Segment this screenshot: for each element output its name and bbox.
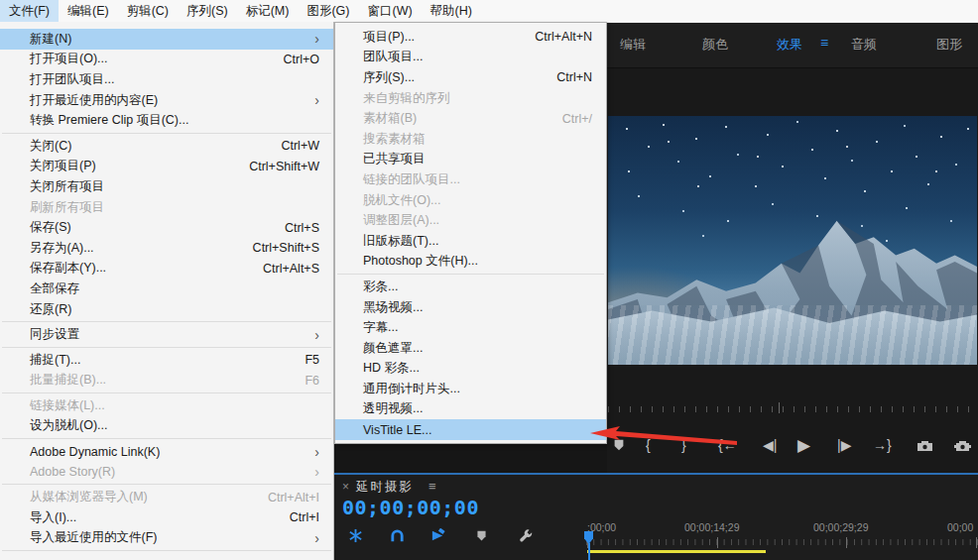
timeline-add-marker-button[interactable] bbox=[475, 528, 488, 546]
insert-nest-button[interactable] bbox=[348, 528, 363, 547]
file-menu-item-20: Adobe Story(R)› bbox=[0, 462, 333, 483]
comparison-view-button[interactable] bbox=[954, 433, 971, 457]
file-menu-item-13[interactable]: 还原(R) bbox=[0, 299, 333, 320]
menubar-item-3[interactable]: 序列(S) bbox=[178, 0, 237, 22]
close-icon[interactable]: × bbox=[342, 480, 349, 494]
new-submenu-item-8-label: 脱机文件(O)... bbox=[363, 192, 592, 209]
menubar-item-7[interactable]: 帮助(H) bbox=[422, 0, 481, 22]
file-menu-item-15-label: 捕捉(T)... bbox=[30, 352, 287, 369]
snap-button[interactable] bbox=[390, 528, 405, 547]
file-menu-item-9-shortcut: Ctrl+S bbox=[285, 221, 319, 235]
new-submenu-item-18[interactable]: 透明视频... bbox=[335, 399, 606, 420]
file-menu-item-1[interactable]: 打开项目(O)...Ctrl+O bbox=[0, 50, 333, 70]
timeline-tab-label[interactable]: 延时摄影 bbox=[356, 479, 414, 496]
new-submenu-item-6[interactable]: 已共享项目 bbox=[335, 150, 606, 170]
file-menu-item-13-label: 还原(R) bbox=[30, 301, 319, 318]
step-forward-button[interactable]: |▶ bbox=[837, 433, 851, 457]
file-menu-item-19-label: Adobe Dynamic Link(K) bbox=[30, 445, 297, 459]
tab-graphics[interactable]: 图形 bbox=[936, 36, 962, 54]
file-menu-item-20-label: Adobe Story(R) bbox=[30, 465, 297, 479]
file-menu-item-2[interactable]: 打开团队项目... bbox=[0, 69, 333, 90]
step-back-button[interactable]: ◀| bbox=[763, 433, 777, 457]
file-menu-item-7-label: 关闭所有项目 bbox=[30, 178, 319, 195]
linked-selection-button[interactable] bbox=[430, 528, 445, 547]
file-menu-item-23[interactable]: 导入最近使用的文件(F)› bbox=[0, 528, 333, 549]
timeline-settings-button[interactable] bbox=[519, 528, 534, 547]
file-menu-item-21-shortcut: Ctrl+Alt+I bbox=[268, 491, 319, 504]
new-submenu-item-17[interactable]: 通用倒计时片头... bbox=[335, 379, 606, 399]
menubar-item-1[interactable]: 编辑(E) bbox=[59, 0, 118, 22]
ruler-label-2: 00;00;29;29 bbox=[813, 521, 868, 533]
motion-blur-streaks bbox=[608, 305, 977, 365]
tab-color[interactable]: 颜色 bbox=[702, 36, 728, 54]
new-submenu-item-0[interactable]: 项目(P)...Ctrl+Alt+N bbox=[335, 27, 606, 48]
menubar-item-2[interactable]: 剪辑(C) bbox=[118, 0, 178, 22]
program-monitor-panel: 编辑 颜色 效果 ≡ 音频 图形 { } {← ◀| ▶ |▶ →} bbox=[607, 22, 978, 474]
file-menu-item-0[interactable]: 新建(N)› bbox=[0, 29, 333, 50]
menu-separator bbox=[2, 347, 331, 348]
insert-nest-icon bbox=[348, 528, 363, 543]
new-submenu-item-9: 调整图层(A)... bbox=[335, 210, 606, 231]
new-submenu-item-12[interactable]: 彩条... bbox=[335, 277, 606, 297]
file-menu-item-22[interactable]: 导入(I)...Ctrl+I bbox=[0, 507, 333, 528]
new-submenu-item-5-label: 搜索素材箱 bbox=[363, 131, 592, 148]
file-menu-item-15[interactable]: 捕捉(T)...F5 bbox=[0, 350, 333, 371]
file-menu-item-6[interactable]: 关闭项目(P)Ctrl+Shift+W bbox=[0, 157, 333, 177]
file-menu-item-8-label: 刷新所有项目 bbox=[30, 199, 319, 216]
go-to-out-button[interactable]: →} bbox=[873, 433, 892, 457]
file-menu-item-9[interactable]: 保存(S)Ctrl+S bbox=[0, 217, 333, 238]
menubar-item-6[interactable]: 窗口(W) bbox=[358, 0, 421, 22]
file-menu-item-4[interactable]: 转换 Premiere Clip 项目(C)... bbox=[0, 110, 333, 131]
new-submenu-item-0-shortcut: Ctrl+Alt+N bbox=[535, 30, 592, 44]
file-menu-item-3[interactable]: 打开最近使用的内容(E)› bbox=[0, 90, 333, 111]
file-menu-item-7[interactable]: 关闭所有项目 bbox=[0, 176, 333, 197]
new-submenu-item-16[interactable]: HD 彩条... bbox=[335, 359, 606, 380]
file-menu-item-18[interactable]: 设为脱机(O)... bbox=[0, 416, 333, 437]
new-submenu-item-14[interactable]: 字幕... bbox=[335, 317, 606, 338]
new-submenu-item-13[interactable]: 黑场视频... bbox=[335, 297, 606, 318]
wrench-icon bbox=[519, 528, 534, 543]
file-menu-item-10[interactable]: 另存为(A)...Ctrl+Shift+S bbox=[0, 238, 333, 259]
file-menu-item-14-label: 同步设置 bbox=[30, 326, 297, 343]
file-menu: 新建(N)›打开项目(O)...Ctrl+O打开团队项目...打开最近使用的内容… bbox=[0, 22, 334, 560]
submenu-arrow-icon: › bbox=[314, 32, 319, 46]
submenu-arrow-icon: › bbox=[314, 465, 319, 479]
new-submenu-item-15[interactable]: 颜色遮罩... bbox=[335, 338, 606, 359]
menubar-item-0[interactable]: 文件(F) bbox=[0, 0, 59, 22]
tab-effects[interactable]: 效果 bbox=[777, 36, 802, 54]
new-submenu-item-13-label: 黑场视频... bbox=[363, 299, 592, 316]
export-frame-button[interactable] bbox=[917, 433, 933, 457]
render-status-bar bbox=[587, 550, 766, 553]
file-menu-item-5-shortcut: Ctrl+W bbox=[281, 139, 319, 153]
timeline-panel-menu-icon[interactable]: ≡ bbox=[428, 479, 436, 494]
monitor-scrub-ruler[interactable] bbox=[608, 404, 977, 412]
new-submenu-item-1[interactable]: 团队项目... bbox=[335, 48, 606, 68]
file-menu-item-11-shortcut: Ctrl+Alt+S bbox=[263, 262, 319, 276]
timeline-ruler[interactable]: ;00;00 00;00;14;29 00;00;29;29 00;00 bbox=[582, 514, 978, 560]
file-menu-item-9-label: 保存(S) bbox=[30, 219, 267, 236]
tab-audio[interactable]: 音频 bbox=[851, 36, 877, 54]
play-button[interactable]: ▶ bbox=[797, 433, 810, 457]
menubar-item-5[interactable]: 图形(G) bbox=[298, 0, 358, 22]
workspace-menu-icon[interactable]: ≡ bbox=[820, 35, 828, 51]
new-submenu-item-9-label: 调整图层(A)... bbox=[363, 212, 592, 229]
new-submenu-item-2[interactable]: 序列(S)...Ctrl+N bbox=[335, 67, 606, 88]
file-menu-item-5[interactable]: 关闭(C)Ctrl+W bbox=[0, 136, 333, 157]
major-tick bbox=[976, 537, 977, 548]
menu-separator bbox=[2, 438, 331, 439]
file-menu-item-11[interactable]: 保存副本(Y)...Ctrl+Alt+S bbox=[0, 259, 333, 280]
menubar-item-4[interactable]: 标记(M) bbox=[237, 0, 299, 22]
new-submenu-item-11[interactable]: Photoshop 文件(H)... bbox=[335, 252, 606, 273]
new-submenu-item-10[interactable]: 旧版标题(T)... bbox=[335, 231, 606, 252]
file-menu-item-19[interactable]: Adobe Dynamic Link(K)› bbox=[0, 441, 333, 462]
timeline-timecode[interactable]: 00;00;00;00 bbox=[342, 496, 479, 519]
ruler-label-1: 00;00;14;29 bbox=[684, 521, 739, 533]
new-submenu-item-19[interactable]: VisTitle LE... bbox=[335, 419, 606, 440]
tab-edit[interactable]: 编辑 bbox=[620, 36, 646, 54]
submenu-arrow-icon: › bbox=[314, 445, 319, 459]
menu-separator bbox=[2, 550, 331, 551]
file-menu-item-14[interactable]: 同步设置› bbox=[0, 324, 333, 345]
file-menu-item-12[interactable]: 全部保存 bbox=[0, 279, 333, 299]
monitor-ruler-center-tick bbox=[779, 402, 780, 413]
menu-separator bbox=[2, 321, 331, 322]
